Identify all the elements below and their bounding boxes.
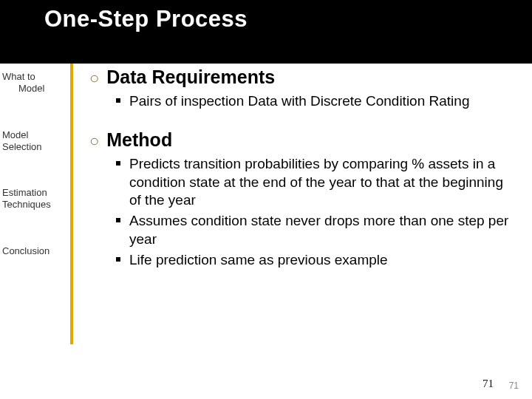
sidebar-item-what-to-model: What to Model (2, 71, 70, 95)
section-heading-method: ○ Method (89, 129, 519, 151)
sidebar-item-conclusion: Conclusion (2, 245, 70, 257)
section-title: Method (106, 129, 172, 151)
sidebar-item-estimation-techniques: Estimation Techniques (2, 187, 70, 211)
sidebar-item-label: Techniques (2, 199, 70, 211)
sidebar-divider (70, 64, 73, 344)
sidebar-item-label: Selection (2, 141, 70, 153)
page-number-small: 71 (509, 381, 519, 391)
circle-bullet-icon: ○ (89, 70, 99, 86)
bullet-list: Predicts transition probabilities by com… (89, 155, 519, 269)
sidebar-item-label: Conclusion (2, 245, 70, 257)
sidebar-item-label: Model (2, 83, 70, 95)
content-area: ○ Data Requirements Pairs of inspection … (70, 64, 532, 399)
circle-bullet-icon: ○ (89, 133, 99, 149)
sidebar: What to Model Model Selection Estimation… (0, 64, 70, 399)
sidebar-item-label: Estimation (2, 187, 70, 199)
section-title: Data Requirements (106, 66, 275, 88)
sidebar-item-model-selection: Model Selection (2, 129, 70, 154)
list-item: Assumes condition state never drops more… (116, 212, 519, 248)
section-heading-data-requirements: ○ Data Requirements (89, 66, 519, 88)
bullet-list: Pairs of inspection Data with Discrete C… (89, 92, 519, 110)
main-area: What to Model Model Selection Estimation… (0, 64, 532, 399)
list-item: Pairs of inspection Data with Discrete C… (116, 92, 519, 110)
sidebar-item-label: Model (2, 129, 70, 141)
list-item: Predicts transition probabilities by com… (116, 155, 519, 209)
list-item: Life prediction same as previous example (116, 251, 519, 269)
title-bar: One-Step Process (0, 0, 532, 64)
slide-title: One-Step Process (44, 6, 248, 33)
page-number: 71 (482, 378, 494, 390)
sidebar-item-label: What to (2, 71, 70, 83)
